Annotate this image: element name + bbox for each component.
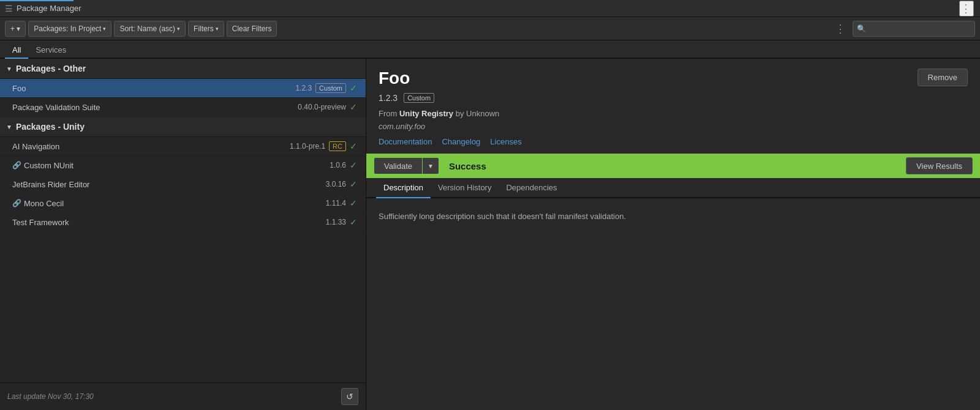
filters-arrow: ▾	[216, 26, 219, 32]
package-title-area: Foo 1.2.3 Custom From Unity Registry by …	[379, 69, 522, 146]
add-button[interactable]: + ▾	[5, 21, 26, 37]
package-name-jetbrains: JetBrains Rider Editor	[12, 180, 326, 189]
package-version-foo: 1.2.3	[295, 84, 312, 92]
check-icon-custom-nunit: ✓	[350, 160, 357, 170]
package-version-custom-nunit: 1.0.6	[330, 161, 346, 170]
package-version-mono-cecil: 1.11.4	[326, 199, 346, 207]
chevron-down-icon-unity: ▼	[6, 124, 12, 130]
check-icon-jetbrains: ✓	[350, 179, 357, 189]
package-item-foo[interactable]: Foo 1.2.3 Custom ✓	[0, 79, 366, 98]
success-label: Success	[439, 161, 906, 171]
package-list: ▼ Packages - Other Foo 1.2.3 Custom ✓ Pa…	[0, 59, 366, 382]
search-input[interactable]	[869, 24, 967, 33]
package-version-jetbrains: 3.0.16	[326, 180, 346, 188]
chevron-down-icon: ▼	[6, 65, 12, 72]
group-header-other[interactable]: ▼ Packages - Other	[0, 59, 366, 79]
title-bar: ☰ Package Manager ⋮	[0, 0, 980, 17]
package-version-validation-suite: 0.40.0-preview	[298, 103, 346, 111]
tab-all[interactable]: All	[5, 42, 28, 59]
licenses-link[interactable]: Licenses	[490, 137, 521, 146]
validate-dropdown-button[interactable]: ▼	[423, 157, 439, 174]
last-update-text: Last update Nov 30, 17:30	[7, 392, 94, 401]
search-box: 🔍	[853, 21, 975, 37]
tab-services[interactable]: Services	[28, 42, 74, 59]
refresh-button[interactable]: ↺	[341, 388, 358, 405]
from-text: From	[379, 109, 399, 118]
check-icon-validation-suite: ✓	[350, 102, 357, 112]
tab-dependencies[interactable]: Dependencies	[499, 178, 564, 198]
sort-dropdown-arrow: ▾	[177, 26, 180, 32]
rc-badge-ai-navigation: RC	[329, 141, 346, 151]
sort-dropdown-label: Sort: Name (asc)	[119, 24, 175, 33]
check-icon-test-framework: ✓	[350, 217, 357, 227]
toolbar-more-button[interactable]: ⋮	[831, 22, 850, 35]
package-version-test-framework: 1.1.33	[326, 218, 346, 226]
sort-dropdown[interactable]: Sort: Name (asc) ▾	[114, 21, 186, 37]
custom-badge-foo: Custom	[315, 83, 346, 93]
registry-name: Unity Registry	[399, 109, 453, 118]
documentation-link[interactable]: Documentation	[379, 137, 432, 146]
package-item-custom-nunit[interactable]: 🔗 Custom NUnit 1.0.6 ✓	[0, 156, 366, 175]
left-panel: ▼ Packages - Other Foo 1.2.3 Custom ✓ Pa…	[0, 59, 366, 410]
group-unity-label: Packages - Unity	[16, 122, 85, 132]
detail-custom-badge: Custom	[404, 93, 434, 103]
validate-bar: Validate ▼ Success View Results	[366, 154, 980, 178]
detail-content: Sufficiently long description such that …	[366, 198, 980, 410]
title-bar-title: Package Manager	[17, 4, 81, 13]
check-icon-ai-navigation: ✓	[350, 141, 357, 151]
description-text: Sufficiently long description such that …	[379, 211, 968, 223]
detail-version-number: 1.2.3	[379, 93, 398, 103]
package-item-validation-suite[interactable]: Package Validation Suite 0.40.0-preview …	[0, 98, 366, 117]
package-manager-icon: ☰	[5, 4, 13, 13]
package-name-mono-cecil: Mono Cecil	[24, 199, 326, 208]
package-version-ai-navigation: 1.1.0-pre.1	[290, 142, 325, 151]
package-name-test-framework: Test Framework	[12, 218, 326, 227]
validate-button[interactable]: Validate	[374, 157, 423, 174]
package-id: com.unity.foo	[379, 122, 522, 131]
package-item-ai-navigation[interactable]: AI Navigation 1.1.0-pre.1 RC ✓	[0, 137, 366, 156]
clear-filters-button[interactable]: Clear Filters	[227, 21, 277, 37]
package-version-row: 1.2.3 Custom	[379, 93, 522, 103]
search-icon: 🔍	[857, 24, 866, 33]
package-from: From Unity Registry by Unknown	[379, 109, 522, 118]
link-icon-custom-nunit: 🔗	[12, 161, 21, 170]
package-name-ai-navigation: AI Navigation	[12, 142, 290, 151]
packages-dropdown-arrow: ▾	[103, 26, 106, 32]
package-item-mono-cecil[interactable]: 🔗 Mono Cecil 1.11.4 ✓	[0, 194, 366, 213]
package-name-foo: Foo	[12, 84, 295, 93]
changelog-link[interactable]: Changelog	[442, 137, 480, 146]
package-name-validation-suite: Package Validation Suite	[12, 103, 298, 112]
filters-dropdown[interactable]: Filters ▾	[188, 21, 224, 37]
tabs-row: All Services	[0, 40, 980, 59]
remove-button[interactable]: Remove	[918, 69, 968, 86]
packages-dropdown[interactable]: Packages: In Project ▾	[28, 21, 111, 37]
check-icon-foo: ✓	[350, 83, 357, 93]
right-panel-header: Foo 1.2.3 Custom From Unity Registry by …	[366, 59, 980, 154]
check-icon-mono-cecil: ✓	[350, 198, 357, 208]
group-header-unity[interactable]: ▼ Packages - Unity	[0, 117, 366, 137]
by-text: by Unknown	[453, 109, 499, 118]
detail-tabs: Description Version History Dependencies	[366, 178, 980, 198]
group-other-label: Packages - Other	[16, 64, 86, 73]
filters-label: Filters	[194, 24, 214, 33]
package-item-jetbrains[interactable]: JetBrains Rider Editor 3.0.16 ✓	[0, 175, 366, 194]
title-bar-accent	[0, 0, 74, 1]
packages-dropdown-label: Packages: In Project	[34, 24, 101, 33]
main-layout: ▼ Packages - Other Foo 1.2.3 Custom ✓ Pa…	[0, 59, 980, 410]
tab-description[interactable]: Description	[376, 178, 431, 198]
tab-version-history[interactable]: Version History	[431, 178, 499, 198]
right-panel: Foo 1.2.3 Custom From Unity Registry by …	[366, 59, 980, 410]
title-bar-menu-button[interactable]: ⋮	[959, 1, 974, 17]
left-panel-footer: Last update Nov 30, 17:30 ↺	[0, 382, 366, 410]
package-title: Foo	[379, 69, 522, 88]
package-links: Documentation Changelog Licenses	[379, 137, 522, 146]
package-name-custom-nunit: Custom NUnit	[24, 161, 330, 170]
package-item-test-framework[interactable]: Test Framework 1.1.33 ✓	[0, 213, 366, 232]
toolbar: + ▾ Packages: In Project ▾ Sort: Name (a…	[0, 17, 980, 40]
link-icon-mono-cecil: 🔗	[12, 199, 21, 207]
view-results-button[interactable]: View Results	[906, 157, 973, 174]
